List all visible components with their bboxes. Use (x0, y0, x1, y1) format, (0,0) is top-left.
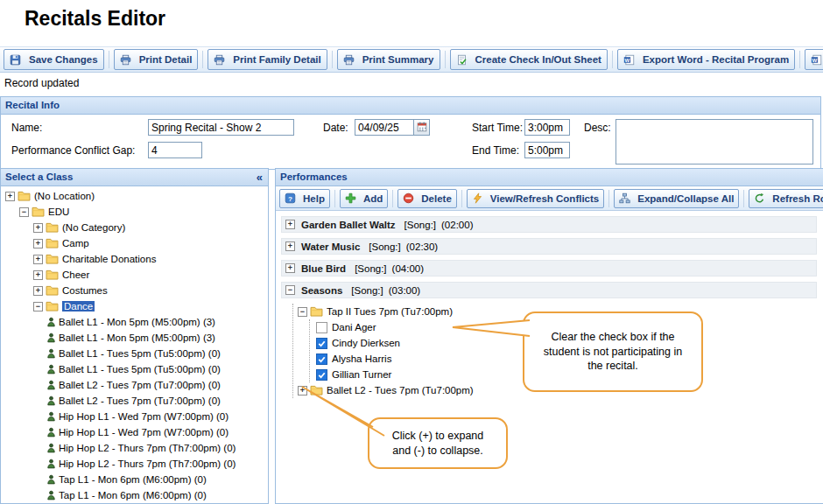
print-family-detail-button[interactable]: Print Family Detail (208, 49, 327, 70)
export-word-recital-program-button[interactable]: WExport Word - Recital Program (617, 49, 795, 70)
class-tree-item[interactable]: Hip Hop L1 - Wed 7pm (W7:00pm) (0) (1, 409, 268, 424)
folder-tree-item[interactable]: +Costumes (1, 283, 268, 298)
tree-item-label: Ballet L2 - Tues 7pm (Tu7:00pm) (0) (59, 396, 221, 406)
student-checkbox[interactable] (316, 338, 327, 349)
end-time-input[interactable] (524, 142, 570, 158)
class-tree-item[interactable]: Hip Hop L2 - Thurs 7pm (Th7:00pm) (0) (1, 440, 268, 456)
collapse-panel-button[interactable]: « (257, 172, 263, 183)
collapse-toggle-icon[interactable]: − (298, 307, 307, 317)
performance-song-label: [Song:] (351, 285, 383, 296)
toolbar-separator (743, 190, 744, 207)
delete-button[interactable]: Delete (397, 189, 457, 208)
word-icon: W (811, 54, 822, 66)
expand-toggle-icon[interactable]: + (33, 286, 43, 296)
folder-tree-item[interactable]: −Dance (1, 298, 268, 314)
performance-title: Water Music (301, 242, 360, 252)
expand-toggle-icon[interactable]: + (5, 192, 15, 201)
class-tree-item[interactable]: Hip Hop L2 - Thurs 7pm (Th7:00pm) (0) (1, 456, 268, 472)
class-tree-item[interactable]: Tap L1 - Mon 6pm (M6:00pm) (0) (1, 472, 268, 487)
collapse-toggle-icon[interactable]: − (285, 285, 295, 295)
delete-icon (403, 192, 414, 204)
student-checkbox[interactable] (316, 369, 327, 381)
performance-row[interactable]: −Seasons[Song:](03:00) (281, 282, 817, 298)
button-label: Refresh Rosters (772, 193, 823, 204)
create-check-in-out-sheet-button[interactable]: Create Check In/Out Sheet (450, 49, 608, 70)
expand-toggle-icon[interactable]: + (33, 223, 43, 233)
recital-info-panel: Recital Info Name: Performance Conflict … (0, 96, 821, 170)
tree-item-label: Hip Hop L2 - Thurs 7pm (Th7:00pm) (0) (59, 443, 236, 453)
toolbar-separator (608, 190, 609, 207)
expand-toggle-icon[interactable]: + (33, 239, 43, 248)
tree-item-label: Hip Hop L2 - Thurs 7pm (Th7:00pm) (0) (59, 458, 236, 469)
refresh-rosters-button[interactable]: Refresh Rosters (749, 189, 823, 208)
class-tree-item[interactable]: Tap L1 - Mon 6pm (M6:00pm) (0) (1, 487, 268, 503)
performance-row[interactable]: +Blue Bird[Song:](04:00) (281, 260, 817, 276)
class-tree-item[interactable]: Ballet L1 - Mon 5pm (M5:00pm) (3) (1, 314, 268, 330)
print-icon (343, 54, 355, 66)
start-time-input[interactable] (524, 119, 570, 136)
print-icon (214, 54, 225, 66)
student-name: Dani Ager (332, 322, 376, 332)
class-tree-item[interactable]: Hip Hop L1 - Wed 7pm (W7:00pm) (0) (1, 424, 268, 440)
expand-toggle-icon[interactable]: + (285, 263, 295, 273)
date-picker-button[interactable] (414, 119, 430, 136)
collapse-toggle-icon[interactable]: − (19, 207, 29, 217)
student-checkbox[interactable] (316, 354, 327, 365)
folder-tree-item[interactable]: +Camp (1, 235, 268, 251)
svg-text:W: W (812, 56, 818, 62)
class-tree-item[interactable]: Ballet L2 - Tues 7pm (Tu7:00pm) (0) (1, 377, 268, 393)
performance-row[interactable]: +Water Music[Song:](02:30) (281, 238, 817, 255)
print-summary-button[interactable]: Print Summary (337, 49, 440, 70)
desc-textarea[interactable] (615, 119, 813, 164)
button-label: Print Family Detail (233, 54, 320, 65)
svg-text:?: ? (288, 195, 292, 203)
view-refresh-conflicts-button[interactable]: View/Refresh Conflicts (467, 189, 604, 208)
tree-item-label: Ballet L2 - Tues 7pm (Tu7:00pm) (0) (59, 380, 221, 390)
page-title: Recitals Editor (25, 7, 165, 31)
select-class-panel: Select a Class « +(No Location)−EDU+(No … (0, 168, 269, 504)
folder-tree-item[interactable]: +(No Location) (1, 188, 268, 204)
tree-item-label: Charitable Donations (62, 254, 156, 264)
expand-collapse-all-button[interactable]: Expand/Collapse All (614, 189, 739, 208)
performance-row[interactable]: +Garden Ballet Waltz[Song:](02:00) (281, 216, 817, 233)
student-checkbox[interactable] (316, 322, 327, 333)
class-tree-item[interactable]: Ballet L1 - Mon 5pm (M5:00pm) (3) (1, 330, 268, 346)
folder-icon (310, 306, 323, 317)
folder-tree-item[interactable]: +(No Category) (1, 220, 268, 235)
student-name: Gillian Turner (332, 369, 391, 380)
conflict-gap-input[interactable] (148, 142, 202, 158)
date-label: Date: (323, 122, 348, 134)
help-button[interactable]: ?Help (279, 189, 330, 208)
collapse-toggle-icon[interactable]: − (33, 302, 43, 312)
class-icon (47, 458, 55, 469)
word-icon: W (623, 54, 635, 66)
class-tree-item[interactable]: Ballet L1 - Tues 5pm (Tu5:00pm) (0) (1, 361, 268, 377)
class-tree-item[interactable]: Ballet L1 - Tues 5pm (Tu5:00pm) (0) (1, 346, 268, 361)
save-changes-button[interactable]: Save Changes (4, 49, 104, 70)
expand-toggle-icon[interactable]: + (285, 242, 295, 251)
class-tree-item[interactable]: Ballet L2 - Tues 7pm (Tu7:00pm) (0) (1, 393, 268, 409)
print-detail-button[interactable]: Print Detail (114, 49, 199, 70)
button-label: Help (303, 193, 325, 204)
refresh-icon (754, 192, 765, 204)
expand-toggle-icon[interactable]: + (285, 220, 295, 229)
tree-item-label: (No Category) (62, 222, 125, 233)
clipped-toolbar-button[interactable]: W (805, 49, 823, 70)
performance-song-label: [Song:] (355, 263, 386, 274)
expand-toggle-icon[interactable]: + (33, 270, 43, 280)
class-icon (47, 332, 55, 343)
class-icon (47, 364, 55, 374)
callout-checkbox-note-text: Clear the check box if the student is no… (537, 330, 689, 374)
add-button[interactable]: Add (340, 189, 388, 208)
conflict-gap-label: Performance Conflict Gap: (11, 144, 135, 157)
name-input[interactable] (148, 119, 294, 136)
folder-tree-item[interactable]: +Charitable Donations (1, 251, 268, 267)
class-icon (47, 396, 55, 406)
main-toolbar: Save ChangesPrint DetailPrint Family Det… (0, 46, 823, 73)
select-class-header: Select a Class « (1, 169, 268, 186)
folder-tree-item[interactable]: −EDU (1, 204, 268, 220)
date-input[interactable] (355, 119, 414, 136)
expand-toggle-icon[interactable]: + (33, 255, 43, 264)
callout-expand-tail (298, 382, 390, 439)
folder-tree-item[interactable]: +Cheer (1, 267, 268, 283)
